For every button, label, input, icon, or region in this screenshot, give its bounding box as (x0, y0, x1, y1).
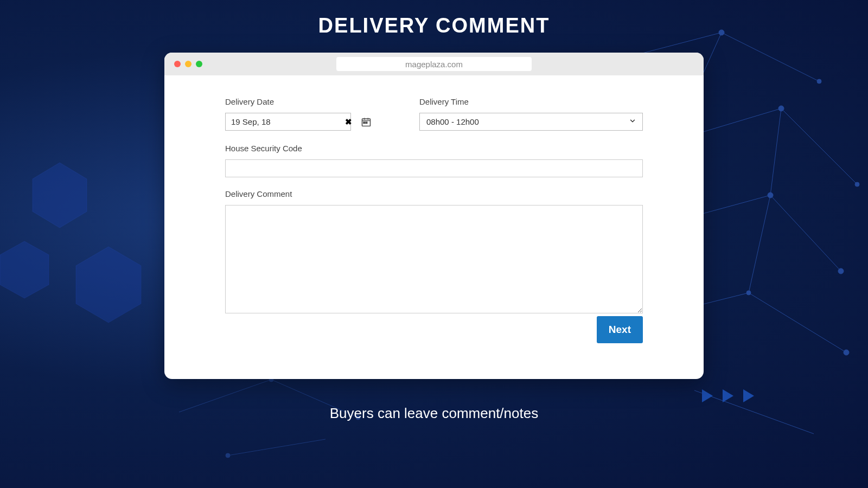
delivery-time-label: Delivery Time (419, 97, 643, 106)
chevron-down-icon (629, 117, 636, 127)
next-button[interactable]: Next (597, 316, 643, 343)
delivery-time-group: Delivery Time 08h00 - 12h00 (419, 97, 643, 131)
delivery-time-selected: 08h00 - 12h00 (426, 117, 479, 126)
delivery-comment-label: Delivery Comment (225, 189, 643, 198)
calendar-icon[interactable] (361, 117, 372, 127)
browser-toolbar: mageplaza.com (164, 53, 704, 75)
page-title: DELIVERY COMMENT (0, 0, 868, 37)
house-security-code-input[interactable] (225, 159, 643, 177)
delivery-date-label: Delivery Date (225, 97, 372, 106)
address-bar[interactable]: mageplaza.com (336, 57, 532, 71)
page-caption: Buyers can leave comment/notes (0, 405, 868, 422)
address-bar-text: mageplaza.com (405, 60, 463, 69)
delivery-time-select[interactable]: 08h00 - 12h00 (419, 113, 643, 131)
browser-window: mageplaza.com Delivery Date ✖ (164, 53, 704, 379)
svg-rect-36 (363, 122, 365, 124)
delivery-date-input[interactable] (225, 113, 351, 131)
window-controls (174, 61, 202, 67)
house-security-code-label: House Security Code (225, 144, 643, 153)
maximize-window-icon[interactable] (196, 61, 202, 67)
delivery-date-group: Delivery Date ✖ (225, 97, 372, 131)
delivery-date-field-wrap: ✖ (225, 113, 372, 131)
delivery-date-input-wrap: ✖ (225, 113, 356, 131)
browser-body: Delivery Date ✖ (164, 75, 704, 379)
clear-date-icon[interactable]: ✖ (345, 117, 352, 127)
delivery-comment-group: Delivery Comment (225, 189, 643, 313)
house-security-code-group: House Security Code (225, 144, 643, 177)
delivery-comment-textarea[interactable] (225, 205, 643, 313)
close-window-icon[interactable] (174, 61, 181, 67)
minimize-window-icon[interactable] (185, 61, 192, 67)
svg-rect-37 (366, 122, 367, 124)
